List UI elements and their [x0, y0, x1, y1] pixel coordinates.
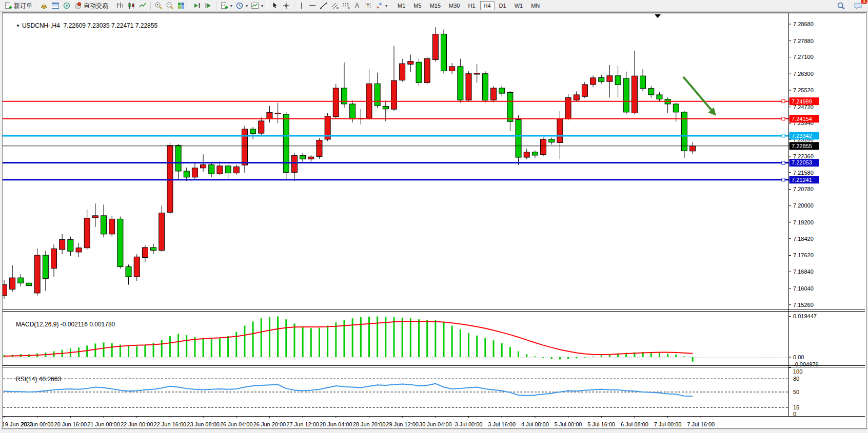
macd-pane: 0.0194470.00-0.004976: [3, 313, 819, 367]
search-button[interactable]: [835, 1, 847, 11]
candle-body: [68, 239, 73, 251]
tab-timeframe-d1[interactable]: D1: [496, 1, 510, 10]
line-chart-button[interactable]: [137, 1, 148, 10]
candle-body: [134, 257, 140, 277]
time-tick-label: 3 Jul 16:00: [488, 421, 516, 427]
tab-timeframe-mn[interactable]: MN: [527, 1, 543, 10]
clock-icon: [235, 2, 244, 10]
candle-body: [524, 152, 529, 157]
tab-timeframe-h1[interactable]: H1: [464, 1, 479, 10]
vertical-line-icon: [298, 2, 305, 10]
tab-timeframe-m15[interactable]: M15: [426, 1, 444, 10]
tab-timeframe-w1[interactable]: W1: [511, 1, 527, 10]
macd-indicator-label: MACD(12,26,9) -0.002116 0.001780: [6, 314, 115, 335]
tab-timeframe-m5[interactable]: M5: [410, 1, 425, 10]
zoom-in-icon: [154, 2, 163, 10]
notifications-button[interactable]: 1: [852, 1, 864, 11]
fibonacci-icon: F: [342, 2, 350, 10]
price-tag-label: 7.23342: [792, 133, 812, 139]
bar-chart-button[interactable]: [114, 1, 126, 10]
bar-chart-icon: [116, 2, 124, 10]
candle-body: [648, 89, 654, 95]
profiles-icon: [40, 2, 48, 10]
profiles-button[interactable]: [38, 1, 50, 10]
label-tool-button[interactable]: T: [362, 1, 373, 10]
new-order-icon: [4, 2, 12, 10]
candle-body: [192, 168, 198, 177]
tab-timeframe-h4[interactable]: H4: [480, 1, 495, 10]
candle-body: [76, 248, 82, 252]
candle-body: [532, 152, 538, 155]
cursor-tool-button[interactable]: [269, 1, 281, 10]
chevron-down-icon[interactable]: ▾: [261, 4, 263, 8]
fibonacci-tool-button[interactable]: F: [341, 1, 352, 10]
price-tag-label: 7.24154: [792, 116, 812, 122]
chart-shift-marker[interactable]: [655, 14, 661, 18]
autotrade-button[interactable]: 自动交易: [72, 1, 110, 11]
price-axis[interactable]: 7.286807.278807.271007.263007.255207.247…: [788, 21, 819, 308]
channel-tool-button[interactable]: E: [329, 1, 341, 10]
candle-body: [432, 34, 438, 60]
auto-scroll-button[interactable]: [191, 1, 203, 10]
candle-body: [333, 88, 339, 117]
candle-body: [400, 64, 405, 80]
hline-handle: [782, 134, 785, 137]
candle-body: [458, 67, 463, 100]
new-order-button[interactable]: 新订单: [3, 1, 34, 11]
time-tick-label: 7 Jul 16:00: [687, 421, 715, 427]
symbol-title[interactable]: ▼USDCNH-,H4 7.22609 7.23035 7.22471 7.22…: [6, 15, 157, 36]
zoom-in-button[interactable]: [153, 1, 164, 10]
text-tool-button[interactable]: A: [352, 1, 362, 10]
trendline-tool-button[interactable]: [318, 1, 329, 10]
chart-shift-icon: [204, 2, 212, 10]
candle-body: [491, 88, 497, 100]
vertical-line-tool-button[interactable]: [297, 1, 307, 10]
candle-body: [175, 146, 181, 171]
time-tick-label: 6 Jul 08:00: [621, 421, 648, 427]
candle-body: [391, 80, 397, 109]
horizontal-line-tool-button[interactable]: [307, 1, 318, 10]
equidistant-channel-icon: E: [331, 2, 339, 10]
chevron-down-icon[interactable]: ▾: [246, 4, 248, 8]
candle-body: [590, 78, 596, 85]
candle-body: [623, 78, 629, 112]
chevron-down-icon[interactable]: ▾: [230, 4, 232, 8]
arrows-icon: [375, 2, 383, 10]
horizontal-lines[interactable]: [3, 100, 788, 181]
zoom-out-button[interactable]: [164, 1, 175, 10]
chevron-down-icon[interactable]: ▾: [385, 4, 387, 8]
tile-windows-button[interactable]: [175, 1, 187, 10]
annotation-arrow[interactable]: [683, 77, 716, 116]
separator: [150, 2, 151, 10]
candle-body: [441, 34, 447, 71]
candle-body: [201, 164, 206, 168]
templates-button[interactable]: ▾: [249, 1, 265, 10]
candle-body: [350, 104, 356, 119]
candle-body: [242, 129, 247, 165]
candle-body: [300, 155, 306, 159]
data-window-button[interactable]: [61, 1, 72, 10]
separator: [294, 2, 294, 10]
candle-body: [18, 278, 24, 283]
indicators-button[interactable]: ▾: [219, 1, 234, 10]
price-tick-label: 7.26300: [793, 71, 814, 77]
candle-body: [565, 97, 571, 119]
candle-body: [557, 119, 563, 143]
candle-body: [43, 255, 48, 278]
periods-button[interactable]: ▾: [234, 1, 249, 10]
arrows-tool-button[interactable]: ▾: [373, 1, 389, 10]
chart-canvas[interactable]: 7.286807.278807.271007.263007.255207.247…: [3, 13, 865, 427]
horizontal-line-icon: [308, 2, 317, 10]
market-watch-button[interactable]: [50, 1, 61, 10]
dropdown-icon[interactable]: ▼: [16, 24, 20, 28]
candle-body: [92, 216, 98, 218]
candlestick-chart-button[interactable]: [126, 1, 137, 10]
chart-shift-button[interactable]: [203, 1, 214, 10]
svg-text:T: T: [367, 3, 370, 8]
price-tick-label: 7.27880: [793, 38, 814, 44]
crosshair-tool-button[interactable]: [281, 1, 292, 10]
tab-timeframe-m30[interactable]: M30: [445, 1, 463, 10]
text-label-icon: T: [364, 2, 372, 10]
tab-timeframe-m1[interactable]: M1: [394, 1, 409, 10]
time-axis[interactable]: 19 Jun 202320 Jun 00:0020 Jun 16:0021 Ju…: [3, 417, 715, 427]
